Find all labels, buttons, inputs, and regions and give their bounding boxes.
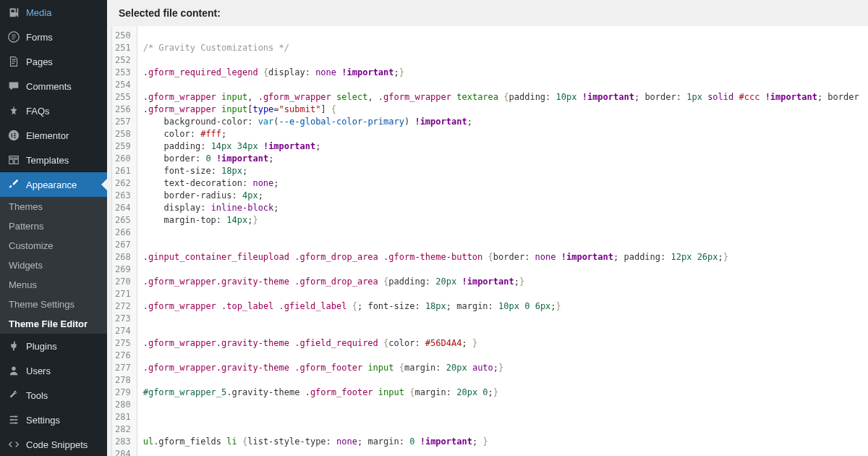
media-icon (7, 6, 20, 19)
nav-media[interactable]: Media (0, 0, 107, 25)
nav-elementor[interactable]: Elementor (0, 123, 107, 148)
subnav-themes[interactable]: Themes (0, 197, 107, 216)
nav-label: Code Snippets (26, 439, 88, 450)
comments-icon (7, 80, 20, 93)
nav-settings[interactable]: Settings (0, 408, 107, 432)
subnav-patterns[interactable]: Patterns (0, 216, 107, 236)
code-content[interactable]: /* Gravity Customizations */ .gform_requ… (137, 26, 868, 456)
subnav-customize[interactable]: Customize (0, 236, 107, 256)
nav-label: Media (26, 7, 51, 18)
main-content: Selected file content: 25025125225325425… (107, 0, 868, 456)
settings-icon (7, 413, 20, 426)
subnav-theme-settings[interactable]: Theme Settings (0, 295, 107, 314)
content-header: Selected file content: (107, 0, 868, 26)
line-numbers: 2502512522532542552562572582592602612622… (112, 26, 137, 456)
nav-label: Users (26, 366, 51, 376)
svg-point-5 (14, 422, 17, 424)
pages-icon (7, 55, 20, 68)
code-icon (7, 438, 20, 451)
nav-comments[interactable]: Comments (0, 74, 107, 98)
elementor-icon (7, 129, 20, 142)
nav-label: Comments (26, 81, 72, 92)
subnav-menus[interactable]: Menus (0, 275, 107, 295)
users-icon (7, 364, 20, 377)
svg-point-2 (12, 367, 15, 371)
tools-icon (7, 389, 20, 402)
nav-forms[interactable]: Forms (0, 25, 107, 49)
nav-tools[interactable]: Tools (0, 383, 107, 408)
nav-faqs[interactable]: FAQs (0, 98, 107, 123)
nav-label: Settings (26, 415, 60, 426)
nav-plugins[interactable]: Plugins (0, 334, 107, 358)
subnav-theme-file-editor[interactable]: Theme File Editor (0, 314, 107, 334)
nav-pages[interactable]: Pages (0, 49, 107, 74)
nav-label: Templates (26, 155, 69, 166)
svg-point-3 (14, 415, 17, 418)
nav-label: Elementor (26, 130, 69, 141)
nav-label: Pages (26, 56, 53, 67)
nav-code-snippets[interactable]: Code Snippets (0, 432, 107, 456)
nav-label: Appearance (26, 180, 77, 190)
nav-appearance[interactable]: Appearance (0, 172, 107, 197)
admin-sidebar: MediaFormsPagesCommentsFAQsElementorTemp… (0, 0, 107, 456)
nav-label: Forms (26, 32, 53, 43)
nav-label: FAQs (26, 106, 50, 117)
submenu-appearance: ThemesPatternsCustomizeWidgetsMenusTheme… (0, 197, 107, 334)
plug-icon (7, 339, 20, 352)
pin-icon (7, 104, 20, 117)
nav-label: Tools (26, 390, 48, 401)
templates-icon (7, 153, 20, 166)
nav-users[interactable]: Users (0, 358, 107, 383)
nav-label: Plugins (26, 341, 57, 352)
svg-point-4 (11, 419, 13, 421)
nav-templates[interactable]: Templates (0, 148, 107, 172)
forms-icon (7, 30, 20, 43)
brush-icon (7, 178, 20, 191)
subnav-widgets[interactable]: Widgets (0, 256, 107, 275)
code-editor[interactable]: 2502512522532542552562572582592602612622… (111, 26, 868, 456)
